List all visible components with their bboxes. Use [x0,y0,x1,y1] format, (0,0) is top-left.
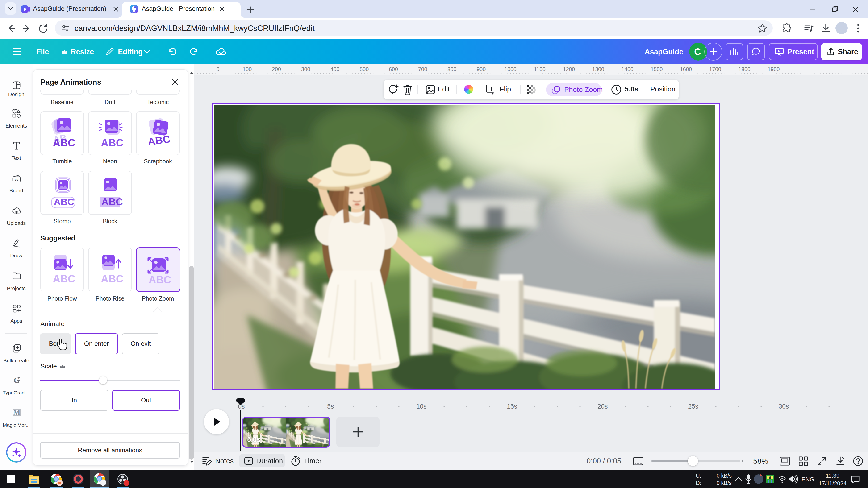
svg-text:1500: 1500 [651,66,662,72]
svg-text:1600: 1600 [680,66,692,72]
svg-text:1700: 1700 [709,66,721,72]
svg-text:ABC: ABC [101,273,123,285]
svg-text:1400: 1400 [621,66,633,72]
svg-text:30s: 30s [779,403,789,410]
svg-text:100: 100 [243,66,252,72]
svg-text:700: 700 [418,66,427,72]
svg-text:20s: 20s [597,403,608,410]
svg-text:1800: 1800 [738,66,750,72]
svg-text:1200: 1200 [563,66,575,72]
svg-text:25s: 25s [688,403,699,410]
svg-text:0: 0 [217,66,220,72]
svg-text:400: 400 [331,66,339,72]
svg-text:1900: 1900 [768,66,780,72]
svg-text:300: 300 [301,66,310,72]
svg-text:600: 600 [389,66,398,72]
svg-text:1000: 1000 [504,66,516,72]
svg-text:1300: 1300 [592,66,604,72]
svg-text:ABC: ABC [149,274,171,286]
svg-text:1100: 1100 [534,66,545,72]
svg-text:ABC: ABC [53,273,75,285]
svg-text:15s: 15s [507,403,517,410]
svg-text:ABC: ABC [147,133,171,148]
svg-text:200: 200 [272,66,281,72]
svg-text:800: 800 [447,66,456,72]
svg-text:10s: 10s [416,403,427,410]
svg-text:5s: 5s [327,403,334,410]
svg-text:900: 900 [477,66,486,72]
svg-text:co: co [14,178,18,181]
svg-text:ABC: ABC [101,196,123,207]
svg-text:500: 500 [360,66,369,72]
svg-text:ABC: ABC [54,197,74,207]
svg-text:ABC: ABC [101,137,123,149]
svg-text:ABC: ABC [53,137,75,149]
